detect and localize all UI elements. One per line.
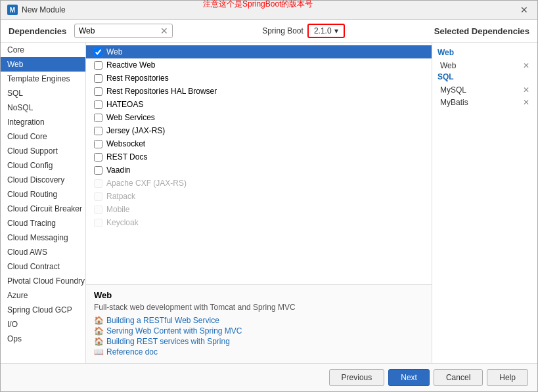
dep-checkbox-rest-repositories[interactable] bbox=[94, 74, 102, 83]
dep-checkbox-vaadin[interactable] bbox=[94, 166, 102, 175]
dep-label-text: Web Services bbox=[106, 113, 155, 122]
new-module-dialog: M New Module ✕ Dependencies ✕ Spring Boo… bbox=[0, 0, 538, 392]
left-panel-item-sql[interactable]: SQL bbox=[1, 86, 85, 100]
dep-label-text: Mobile bbox=[106, 205, 129, 214]
dep-label-text: Apache CXF (JAX-RS) bbox=[106, 179, 187, 188]
dep-item-vaadin[interactable]: Vaadin bbox=[86, 163, 432, 177]
left-panel-item-cloud-support[interactable]: Cloud Support bbox=[1, 144, 85, 158]
selected-item-row: MySQL✕ bbox=[437, 84, 532, 96]
dep-item-ratpack[interactable]: Ratpack bbox=[86, 190, 432, 203]
dep-checkbox-websocket[interactable] bbox=[94, 140, 102, 148]
left-panel-item-cloud-contract[interactable]: Cloud Contract bbox=[1, 259, 85, 274]
selected-item-row: Web✕ bbox=[437, 60, 532, 72]
dropdown-arrow-icon: ▾ bbox=[334, 26, 338, 35]
dep-item-web[interactable]: Web bbox=[86, 45, 432, 58]
dep-item-rest-repositories-hal-browser[interactable]: Rest Repositories HAL Browser bbox=[86, 85, 432, 98]
dep-item-keycloak[interactable]: Keycloak bbox=[86, 216, 432, 229]
link-label: Reference doc bbox=[106, 347, 158, 357]
dep-link[interactable]: 🏠Building a RESTful Web Service bbox=[94, 316, 424, 325]
dep-description: Web Full-stack web development with Tomc… bbox=[86, 284, 432, 363]
selected-item-row: MyBatis✕ bbox=[437, 97, 532, 108]
title-bar: M New Module ✕ bbox=[1, 1, 537, 20]
dep-link[interactable]: 🏠Building REST services with Spring bbox=[94, 337, 424, 346]
left-panel-item-template-engines[interactable]: Template Engines bbox=[1, 72, 85, 86]
dep-label-text: Reactive Web bbox=[106, 60, 155, 70]
left-panel: CoreWebTemplate EnginesSQLNoSQLIntegrati… bbox=[1, 43, 86, 363]
left-panel-item-ops[interactable]: Ops bbox=[1, 332, 85, 346]
selected-item-remove-button[interactable]: ✕ bbox=[523, 61, 529, 70]
dep-item-mobile[interactable]: Mobile bbox=[86, 203, 432, 216]
dep-item-reactive-web[interactable]: Reactive Web bbox=[86, 58, 432, 72]
dep-label-text: Jersey (JAX-RS) bbox=[106, 126, 165, 135]
selected-item-remove-button[interactable]: ✕ bbox=[523, 85, 529, 95]
dependencies-label: Dependencies bbox=[9, 26, 68, 36]
dep-desc-text: Full-stack web development with Tomcat a… bbox=[94, 303, 424, 312]
left-panel-item-web[interactable]: Web bbox=[1, 57, 85, 72]
dialog-title: New Module bbox=[22, 5, 66, 14]
spring-boot-version: 2.1.0 bbox=[314, 26, 332, 35]
selected-item-remove-button[interactable]: ✕ bbox=[523, 98, 529, 107]
search-box[interactable]: ✕ bbox=[74, 24, 173, 38]
dep-link[interactable]: 🏠Serving Web Content with Spring MVC bbox=[94, 326, 424, 336]
close-button[interactable]: ✕ bbox=[518, 5, 531, 15]
left-panel-item-i/o[interactable]: I/O bbox=[1, 317, 85, 332]
next-button[interactable]: Next bbox=[388, 369, 430, 386]
link-label: Serving Web Content with Spring MVC bbox=[106, 326, 242, 336]
link-icon: 🏠 bbox=[94, 337, 104, 346]
dep-link[interactable]: 📖Reference doc bbox=[94, 347, 424, 357]
dep-item-rest-repositories[interactable]: Rest Repositories bbox=[86, 72, 432, 85]
middle-list: WebReactive WebRest RepositoriesRest Rep… bbox=[86, 43, 432, 284]
dep-checkbox-hateoas[interactable] bbox=[94, 100, 102, 109]
dep-checkbox-reactive-web[interactable] bbox=[94, 61, 102, 70]
left-panel-item-cloud-aws[interactable]: Cloud AWS bbox=[1, 245, 85, 259]
previous-button[interactable]: Previous bbox=[329, 369, 385, 386]
dep-checkbox-jersey-(jax-rs)[interactable] bbox=[94, 127, 102, 135]
left-panel-item-pivotal-cloud-foundry[interactable]: Pivotal Cloud Foundry bbox=[1, 274, 85, 288]
spring-boot-label: Spring Boot bbox=[262, 26, 303, 35]
dep-item-rest-docs[interactable]: REST Docs bbox=[86, 150, 432, 163]
dep-desc-title: Web bbox=[94, 290, 424, 300]
link-label: Building a RESTful Web Service bbox=[106, 316, 219, 325]
left-panel-item-cloud-messaging[interactable]: Cloud Messaging bbox=[1, 230, 85, 245]
left-panel-item-azure[interactable]: Azure bbox=[1, 288, 85, 303]
dep-item-apache-cxf-(jax-rs)[interactable]: Apache CXF (JAX-RS) bbox=[86, 177, 432, 190]
dep-item-web-services[interactable]: Web Services bbox=[86, 111, 432, 124]
dep-item-jersey-(jax-rs)[interactable]: Jersey (JAX-RS) bbox=[86, 124, 432, 137]
cancel-button[interactable]: Cancel bbox=[434, 369, 483, 386]
dep-checkbox-apache-cxf-(jax-rs) bbox=[94, 179, 102, 188]
left-panel-item-cloud-core[interactable]: Cloud Core bbox=[1, 129, 85, 144]
search-input[interactable] bbox=[79, 26, 158, 35]
left-panel-item-core[interactable]: Core bbox=[1, 43, 85, 57]
left-panel-item-cloud-tracing[interactable]: Cloud Tracing bbox=[1, 216, 85, 230]
selected-group-title: Web bbox=[437, 48, 532, 57]
selected-item-name: MyBatis bbox=[440, 98, 468, 107]
left-panel-item-cloud-discovery[interactable]: Cloud Discovery bbox=[1, 173, 85, 187]
help-button[interactable]: Help bbox=[487, 369, 528, 386]
header-row: Dependencies ✕ Spring Boot 2.1.0 ▾ Selec… bbox=[1, 20, 537, 43]
dep-item-websocket[interactable]: Websocket bbox=[86, 137, 432, 150]
link-label: Building REST services with Spring bbox=[106, 337, 230, 346]
left-panel-item-cloud-routing[interactable]: Cloud Routing bbox=[1, 187, 85, 202]
title-bar-left: M New Module bbox=[7, 5, 66, 15]
dep-label-text: Keycloak bbox=[106, 218, 139, 227]
left-panel-item-integration[interactable]: Integration bbox=[1, 115, 85, 129]
dep-checkbox-web-services[interactable] bbox=[94, 114, 102, 122]
dep-label-text: Rest Repositories HAL Browser bbox=[106, 87, 217, 96]
left-panel-item-cloud-config[interactable]: Cloud Config bbox=[1, 158, 85, 173]
left-panel-item-spring-cloud-gcp[interactable]: Spring Cloud GCP bbox=[1, 303, 85, 317]
left-panel-item-cloud-circuit-breaker[interactable]: Cloud Circuit Breaker bbox=[1, 202, 85, 216]
dep-item-hateoas[interactable]: HATEOAS bbox=[86, 98, 432, 111]
left-panel-item-nosql[interactable]: NoSQL bbox=[1, 100, 85, 115]
dep-checkbox-rest-repositories-hal-browser[interactable] bbox=[94, 87, 102, 96]
selected-item-name: Web bbox=[440, 61, 456, 70]
selected-item-name: MySQL bbox=[440, 85, 466, 95]
dep-checkbox-web[interactable] bbox=[94, 48, 102, 56]
dep-label-text: Ratpack bbox=[106, 192, 135, 201]
selected-group-title: SQL bbox=[437, 72, 532, 81]
dep-checkbox-rest-docs[interactable] bbox=[94, 153, 102, 162]
spring-boot-dropdown[interactable]: 2.1.0 ▾ bbox=[307, 24, 345, 38]
dep-label-text: REST Docs bbox=[106, 152, 147, 162]
dep-label-text: Websocket bbox=[106, 139, 145, 148]
search-clear-icon[interactable]: ✕ bbox=[160, 26, 168, 36]
dialog-body: CoreWebTemplate EnginesSQLNoSQLIntegrati… bbox=[1, 43, 537, 363]
